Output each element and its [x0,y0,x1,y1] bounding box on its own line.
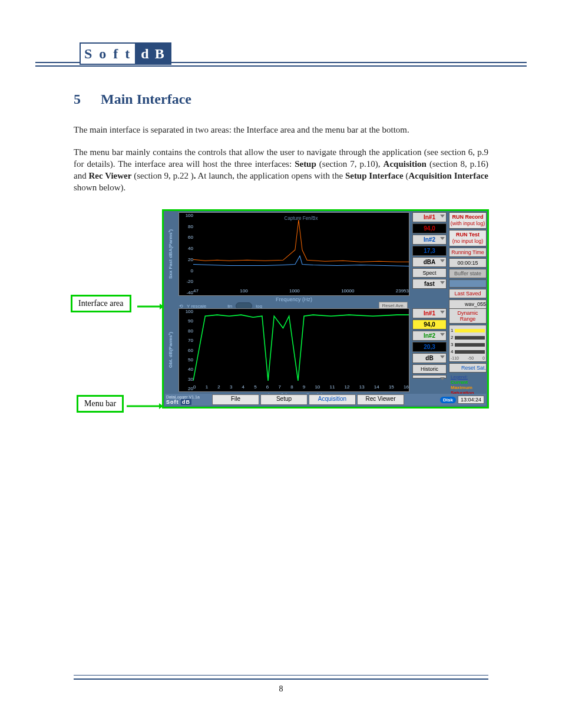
brand-logo: S o f t d B [80,42,171,65]
history-plot: Gbl. dB(Parms²) 1009080706050403020 0123… [178,308,409,392]
dynamic-range-panel: Dynamic Range1234-110-500Reset Sat.Legen… [449,308,487,396]
section-heading: 5 Main Interface [74,91,488,107]
footer-rule [74,675,488,680]
callout-interface-area: Interface area [71,295,131,312]
plot1-yticks: 100806040200-20-40 [180,213,193,295]
run-panel: RUN Record(with input log)RUN Test(no in… [449,212,487,310]
page-number: 8 [0,684,562,694]
menu-acquisition[interactable]: Acquisition [309,394,356,405]
callout-arrow-icon [127,402,163,410]
plot1-xlabel: Frequency (Hz) [179,297,409,302]
menubar-buttons: FileSetupAcquisitionRec Viewer [212,394,405,405]
menu-setup[interactable]: Setup [260,394,308,405]
callout-arrow-icon [137,302,164,311]
channel-box: 94,0 [412,319,447,330]
plot2-ylabel: Gbl. dB(Parms²) [168,309,178,391]
plot2-xticks: 012345678910111213141516 [193,384,409,390]
logo-left: S o f t [80,42,135,65]
spectrum-plot: Sxx Fast dBA(Parms²) 100806040200-20-40 … [178,212,409,296]
channel-box[interactable] [412,375,447,378]
channel-box[interactable]: In#2 [412,235,447,245]
paragraph-1: The main interface is separated in two a… [74,124,488,136]
channel-box[interactable]: dB [412,353,447,363]
run-button[interactable]: RUN Record(with input log) [449,212,487,229]
channel-box[interactable]: dBA [412,257,447,267]
disk-indicator: Disk [440,397,456,403]
paragraph-2: The menu bar mainly contains the control… [74,146,488,193]
app-menu-bar: DataLogger V1.1a Soft dB FileSetupAcquis… [165,394,486,406]
svg-text:Capture Fen/Bx: Capture Fen/Bx [285,216,318,221]
channel-controls-top: In#194,0In#217,3dBASpectfast [412,212,447,290]
channel-box: 20,3 [412,342,447,352]
plot1-ylabel: Sxx Fast dBA(Parms²) [168,213,178,295]
channel-box[interactable]: fast [412,279,447,289]
channel-box[interactable]: In#2 [412,331,447,341]
reset-sat-button[interactable]: Reset Sat. [449,363,487,373]
section-number: 5 [74,91,97,107]
channel-controls-bottom: In#194,0In#220,3dBHistoric [412,308,447,380]
channel-box: 17,3 [412,246,447,256]
app-screenshot: Sxx Fast dBA(Parms²) 100806040200-20-40 … [162,209,489,409]
clock: 13:04:24 [458,396,484,404]
section-title: Main Interface [101,91,191,107]
run-button[interactable]: RUN Test(no input log) [449,230,487,246]
menu-rec-viewer[interactable]: Rec Viewer [357,394,404,405]
plot1-waveform: Capture Fen/Bx [193,214,409,286]
menu-file[interactable]: File [212,394,259,405]
channel-box: 94,0 [412,223,447,233]
plot2-waveform [193,310,409,382]
channel-box: Historic [412,364,447,374]
plot1-xticks: 4710010001000023953 [193,288,409,294]
plot2-yticks: 1009080706050403020 [180,309,193,391]
logo-right: d B [135,42,171,65]
callout-menu-bar: Menu bar [77,395,124,413]
channel-box: Spect [412,268,447,278]
channel-box[interactable]: In#1 [412,212,447,222]
menubar-logo: DataLogger V1.1a Soft dB [165,394,212,406]
channel-box[interactable]: In#1 [412,308,447,318]
